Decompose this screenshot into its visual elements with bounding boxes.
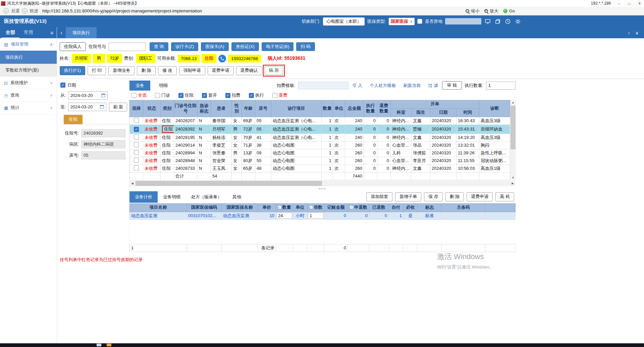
search-input[interactable] [109, 43, 146, 51]
tab-business[interactable]: 业务 [129, 81, 150, 91]
filter-checkbox[interactable]: ✓ [178, 93, 183, 98]
audit-button[interactable]: 审 核 [442, 81, 462, 89]
sidebar-item[interactable]: ⊡系统维护∨ [0, 77, 57, 89]
action-button[interactable]: 强制申请 [179, 66, 205, 75]
action-button[interactable]: 病 历 [265, 66, 283, 75]
table-row[interactable]: 未收费住院24028948N贺金荣女80岁55动态心电图1次26000心血管..… [130, 157, 510, 164]
action-button[interactable]: 退费申请 [208, 66, 234, 75]
template-input[interactable] [298, 82, 348, 89]
dept-select[interactable]: 心电图室（本部） [323, 17, 365, 26]
filter-option[interactable]: ✓住院 [178, 92, 194, 98]
bottom-action-button[interactable]: 高 耗 [495, 192, 514, 201]
bottom-tab[interactable]: 其他 [227, 191, 247, 203]
filter-option[interactable]: 门诊 [155, 92, 170, 98]
inpatient-mode-button[interactable]: 住院病人 [60, 42, 86, 51]
refresh-button[interactable]: 刷 新 [109, 103, 127, 111]
scrollbar-thumb[interactable] [136, 181, 322, 186]
bottom-tab[interactable]: 业务明细 [158, 191, 186, 203]
filter-option[interactable]: ✓扣费 [225, 92, 240, 98]
tab-detail[interactable]: 明细 [153, 81, 174, 91]
taskbar-icon[interactable] [107, 344, 111, 346]
insurance-select[interactable]: 国家医保 ∨ [389, 18, 415, 25]
bottom-action-button[interactable]: 新增子单 [395, 192, 421, 201]
horizontal-scrollbar[interactable]: ◀ ▶ [129, 181, 516, 186]
filter-checkbox[interactable]: ✓ [225, 93, 230, 98]
back-button[interactable]: 后退 [11, 8, 20, 14]
taskbar[interactable] [0, 343, 644, 347]
inpatient-tab[interactable]: 住院 [64, 115, 83, 124]
taskbar-icon[interactable] [97, 344, 101, 346]
filter-option[interactable]: ✓执行 [249, 92, 264, 98]
row-checkbox[interactable] [134, 158, 139, 163]
url-text[interactable]: http://192.168.5.131:8000/his-yj/app/#/p… [42, 8, 202, 13]
search-action-button[interactable]: 诊疗卡(Z) [171, 42, 199, 51]
minimize-icon[interactable]: – [614, 1, 623, 5]
toolbar-button[interactable]: 刷新当前 [402, 82, 422, 89]
collapse-sidebar-icon[interactable]: ‹ [57, 30, 66, 36]
toolbar-button[interactable]: 引 入 [351, 82, 364, 89]
vertical-scrollbar[interactable]: ▲ ▼ [510, 100, 516, 180]
search-action-button[interactable]: 查 询 [150, 42, 168, 51]
scroll-right-icon[interactable]: ▶ [510, 181, 516, 186]
bottom-action-button[interactable]: 添加组套 [366, 192, 392, 201]
row-checkbox[interactable] [134, 118, 139, 123]
menu-icon[interactable]: ≡ [50, 30, 53, 36]
zoom-in-button[interactable]: 放大 [484, 8, 498, 14]
sidebar-item[interactable]: ▦统计∨ [0, 102, 57, 114]
action-button[interactable]: 打 印 [88, 66, 106, 75]
filter-option[interactable]: 全选 [131, 92, 147, 98]
table-row[interactable]: 动态血压监测0031070102...动态血压监测1024小时10001是标准 [130, 212, 516, 219]
sidebar-item[interactable]: ▤项目管理∧ [0, 38, 57, 51]
card-reader-icon[interactable] [484, 18, 491, 24]
back-icon[interactable]: ← [3, 8, 9, 14]
filter-checkbox[interactable] [155, 93, 160, 98]
forward-button[interactable]: 前进 [30, 8, 38, 14]
filter-checkbox[interactable]: ✓ [249, 93, 254, 98]
bottom-tab[interactable]: 处方（输液单） [186, 191, 227, 203]
bottom-action-button[interactable]: 退费申请 [467, 192, 493, 201]
date-checkbox[interactable]: ✓ [60, 83, 65, 88]
bottom-action-button[interactable]: 删 除 [445, 192, 464, 201]
search-action-button[interactable]: 医保卡(A) [201, 42, 228, 51]
cell-input[interactable]: 24 [276, 212, 292, 219]
table-row[interactable]: 未收费住院24028207N秦华国女69岁05动态血压监测（心电...1次240… [130, 117, 510, 125]
row-checkbox[interactable] [134, 165, 139, 170]
zoom-out-button[interactable]: 缩小 [466, 8, 480, 14]
scrollbar-thumb[interactable] [511, 106, 516, 149]
row-checkbox[interactable] [134, 142, 139, 147]
row-checkbox[interactable]: ✓ [134, 127, 139, 132]
table-row[interactable]: 未收费住院24028195N杨桂连女70岁41动态血压监测（心电...1次240… [130, 134, 510, 141]
sidebar-tab[interactable]: 全部 [1, 27, 19, 38]
header-input[interactable] [445, 18, 481, 24]
exec-count-input[interactable] [486, 82, 516, 90]
filter-option[interactable]: ✓新开 [202, 92, 217, 98]
forward-icon[interactable]: → [22, 8, 28, 14]
toolbar-button[interactable]: 过 滤 [427, 82, 439, 89]
bottom-action-button[interactable]: 保 存 [424, 192, 443, 201]
table-row[interactable]: 未收费住院24029014N李俊芝女71岁38动态心电图1次26000心血管..… [130, 141, 510, 149]
action-button[interactable]: 退费确认 [236, 66, 262, 75]
row-checkbox[interactable] [134, 135, 139, 140]
chevron-right-icon[interactable]: › [628, 30, 630, 36]
sidebar-item[interactable]: 项目执行 [0, 51, 57, 64]
row-checkbox[interactable] [134, 150, 139, 155]
action-button[interactable]: 修 改 [158, 66, 177, 75]
remote-checkbox[interactable] [417, 19, 422, 24]
scroll-up-icon[interactable]: ▲ [510, 100, 516, 105]
table-row[interactable]: 未收费住院24028994N张景秦男13岁09动态心电图1次26000儿科张倩茹… [130, 149, 510, 157]
page-tab[interactable]: 项目执行 [66, 27, 97, 38]
history-clock-icon[interactable] [504, 18, 512, 24]
sidebar-item[interactable]: 零散处方维护(新) [0, 64, 57, 77]
phone-icon[interactable] [218, 55, 226, 62]
filter-checkbox[interactable]: ✓ [202, 93, 207, 98]
toolbar-button[interactable]: 个人处方模板 [368, 82, 397, 89]
resize-handle[interactable]: •••• [129, 187, 516, 191]
scroll-left-icon[interactable]: ◀ [129, 181, 135, 186]
close-icon[interactable]: × [635, 1, 644, 5]
search-action-button[interactable]: 扫 码 [296, 42, 315, 51]
cell-input[interactable]: 1 [308, 212, 324, 219]
filter-checkbox[interactable] [272, 93, 277, 98]
window-restore-icon[interactable] [494, 18, 501, 24]
sidebar-tab[interactable]: 常用 [19, 27, 38, 38]
filter-checkbox[interactable] [131, 93, 137, 98]
